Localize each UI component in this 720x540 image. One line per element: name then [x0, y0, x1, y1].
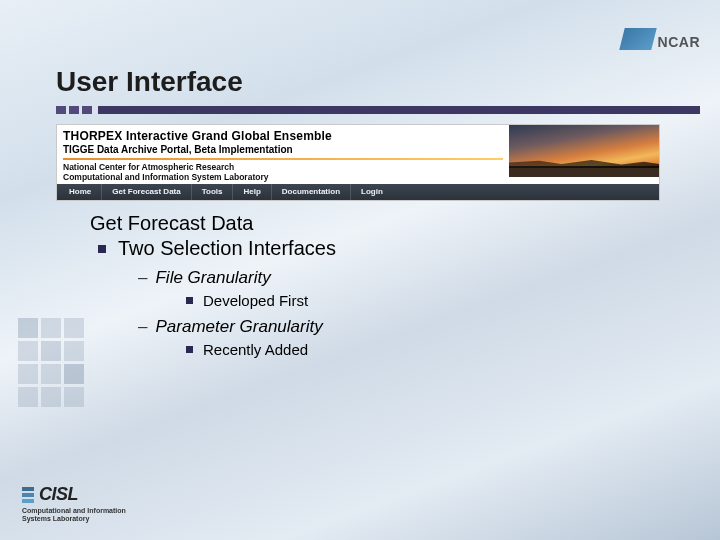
nav-documentation[interactable]: Documentation: [272, 184, 351, 200]
banner-nav: Home Get Forecast Data Tools Help Docume…: [57, 184, 659, 200]
nav-tools[interactable]: Tools: [192, 184, 234, 200]
cisl-logo: CISL Computational and Information Syste…: [22, 484, 126, 522]
dash-icon: –: [138, 268, 147, 288]
banner-rule: [63, 158, 503, 160]
slide: NCAR User Interface THORPEX Interactive …: [0, 0, 720, 540]
note-developed-first: Developed First: [186, 292, 680, 309]
nav-home[interactable]: Home: [59, 184, 102, 200]
slide-title: User Interface: [56, 66, 700, 104]
banner-subtitle-2: Computational and Information System Lab…: [63, 172, 503, 182]
title-block: User Interface: [56, 66, 700, 114]
note-label: Developed First: [203, 292, 308, 309]
sub-file-granularity: – File Granularity: [138, 268, 680, 288]
ncar-logo-text: NCAR: [658, 34, 700, 50]
sub-parameter-granularity: – Parameter Granularity: [138, 317, 680, 337]
note-recently-added: Recently Added: [186, 341, 680, 358]
nav-get-forecast-data[interactable]: Get Forecast Data: [102, 184, 191, 200]
sub-label: Parameter Granularity: [155, 317, 322, 337]
cisl-stripes-icon: [22, 487, 34, 503]
cisl-sub-1: Computational and Information: [22, 507, 126, 514]
bullet-label: Two Selection Interfaces: [118, 237, 336, 260]
dash-icon: –: [138, 317, 147, 337]
banner-title-1: THORPEX Interactive Grand Global Ensembl…: [63, 129, 503, 143]
square-bullet-icon: [186, 346, 193, 353]
body-heading: Get Forecast Data: [90, 212, 680, 235]
sub-label: File Granularity: [155, 268, 270, 288]
nav-login[interactable]: Login: [351, 184, 393, 200]
decorative-squares: [18, 318, 84, 407]
bullet-icon: [98, 245, 106, 253]
banner-subtitle-1: National Center for Atmospheric Research: [63, 162, 503, 172]
note-label: Recently Added: [203, 341, 308, 358]
ncar-mark-icon: [619, 28, 656, 50]
ncar-logo: NCAR: [622, 28, 700, 50]
cisl-sub-2: Systems Laboratory: [22, 515, 89, 522]
slide-body: Get Forecast Data Two Selection Interfac…: [90, 212, 680, 362]
cisl-logo-text: CISL: [39, 484, 78, 505]
square-bullet-icon: [186, 297, 193, 304]
bullet-two-selection: Two Selection Interfaces: [98, 237, 680, 260]
banner-title-2: TIGGE Data Archive Portal, Beta Implemen…: [63, 144, 503, 155]
title-underline: [56, 106, 700, 114]
nav-help[interactable]: Help: [233, 184, 271, 200]
banner-sunset-image: [509, 125, 659, 177]
portal-banner: THORPEX Interactive Grand Global Ensembl…: [56, 124, 660, 201]
